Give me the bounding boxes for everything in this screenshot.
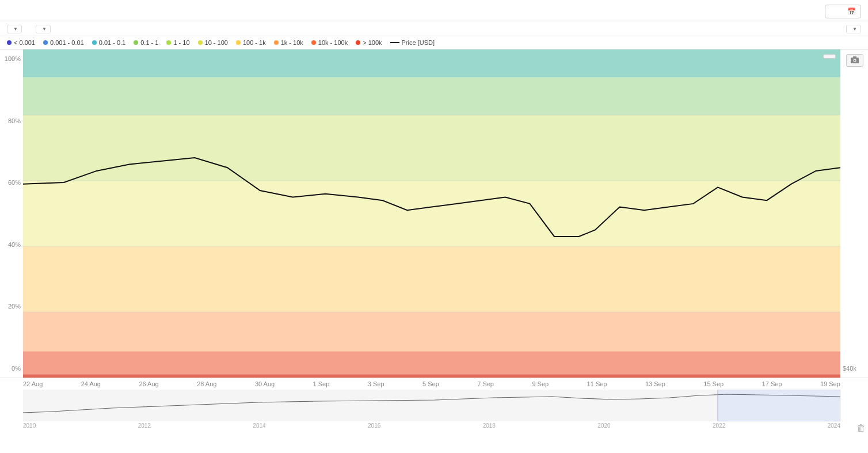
calendar-icon: 📅 — [847, 7, 856, 16]
x-axis-label: 7 Sep — [477, 380, 494, 387]
x-axis-label: 3 Sep — [368, 380, 384, 387]
mini-chart-svg — [0, 390, 868, 421]
y-axis-label: 80% — [8, 117, 21, 124]
scale-control: ▼ — [36, 24, 51, 33]
scale-select[interactable]: ▼ — [36, 25, 51, 33]
svg-rect-1 — [853, 56, 856, 58]
chart-band — [23, 312, 840, 351]
y-right-label: $40k — [843, 365, 866, 372]
legend-item-r100_1k[interactable]: 100 - 1k — [236, 39, 266, 46]
legend-label-r10_100: 10 - 100 — [205, 39, 228, 46]
zoom-select[interactable]: ▼ — [846, 25, 861, 33]
scale-chevron: ▼ — [42, 26, 47, 32]
legend-item-r10_100[interactable]: 10 - 100 — [198, 39, 228, 46]
legend-label-r100_1k: 100 - 1k — [243, 39, 266, 46]
sma-control: ▼ — [7, 24, 22, 33]
mini-label: 2016 — [368, 422, 380, 429]
reset-zoom-button[interactable] — [823, 54, 836, 59]
mini-highlight[interactable] — [718, 390, 840, 421]
legend-label-r1k_10k: 1k - 10k — [281, 39, 303, 46]
svg-point-3 — [854, 60, 856, 62]
delete-icon[interactable]: 🗑 — [856, 423, 866, 433]
chart-main — [23, 50, 840, 378]
chart-band — [23, 351, 840, 374]
legend-label-gt100k: > 100k — [363, 39, 382, 46]
legend-dot-r10_100 — [198, 40, 203, 45]
x-axis-bar: 22 Aug24 Aug26 Aug28 Aug30 Aug1 Sep3 Sep… — [0, 378, 868, 390]
y-axis-left: 100%80%60%40%20%0% — [0, 50, 23, 378]
y-axis-label: 40% — [8, 241, 21, 248]
controls-bar: ▼ ▼ ▼ — [0, 21, 868, 36]
legend-label-r0001_001: 0.001 - 0.01 — [50, 39, 84, 46]
chart-band — [23, 77, 840, 115]
legend-dot-r01_1 — [134, 40, 138, 45]
y-axis-label: 60% — [8, 179, 21, 186]
mini-label: 2018 — [483, 422, 496, 429]
x-axis-label: 1 Sep — [313, 380, 330, 387]
mini-label: 2024 — [828, 422, 840, 429]
legend-dot-r0001_001 — [43, 40, 48, 45]
header-bar: 📅 — [0, 0, 868, 21]
zoom-chevron: ▼ — [852, 26, 857, 32]
mini-label: 2020 — [597, 422, 610, 429]
chart-band — [23, 246, 840, 312]
sma-chevron: ▼ — [13, 26, 18, 32]
x-axis-label: 9 Sep — [532, 380, 549, 387]
legend-dot-r10k_100k — [311, 40, 316, 45]
legend-item-r1_10[interactable]: 1 - 10 — [166, 39, 189, 46]
x-axis-label: 17 Sep — [762, 380, 782, 387]
x-axis-label: 30 Aug — [255, 380, 275, 387]
mini-chart-container: 20102012201420162018202020222024 🗑 — [0, 390, 868, 436]
mini-label: 2022 — [713, 422, 725, 429]
date-range-selector[interactable]: 📅 — [825, 5, 861, 18]
legend-label-r10k_100k: 10k - 100k — [318, 39, 348, 46]
legend-label-r001_01: 0.01 - 0.1 — [99, 39, 125, 46]
y-axis-label: 0% — [12, 365, 21, 372]
x-axis-label: 28 Aug — [197, 380, 216, 387]
legend-dot-r1k_10k — [274, 40, 279, 45]
mini-label: 2014 — [253, 422, 265, 429]
x-axis-label: 22 Aug — [23, 380, 43, 387]
chart-band — [23, 374, 840, 378]
chart-band — [23, 115, 840, 181]
chart-band — [23, 50, 840, 77]
legend-bar: < 0.0010.001 - 0.010.01 - 0.10.1 - 11 - … — [0, 36, 868, 50]
legend-dot-lt0001 — [7, 40, 12, 45]
legend-item-r0001_001[interactable]: 0.001 - 0.01 — [43, 39, 84, 46]
zoom-control: ▼ — [846, 24, 861, 33]
legend-dot-r1_10 — [166, 40, 171, 45]
chart-area: 100%80%60%40%20%0% $40k — [0, 50, 868, 378]
legend-item-lt0001[interactable]: < 0.001 — [7, 39, 35, 46]
chart-band — [23, 181, 840, 246]
legend-dot-r100_1k — [236, 40, 241, 45]
mini-chart-labels: 20102012201420162018202020222024 — [0, 421, 868, 429]
camera-icon — [851, 56, 859, 63]
x-axis-label: 13 Sep — [645, 380, 665, 387]
legend-item-r001_01[interactable]: 0.01 - 0.1 — [92, 39, 125, 46]
x-axis-label: 19 Sep — [820, 380, 840, 387]
legend-item-price[interactable]: Price [USD] — [390, 39, 435, 46]
y-axis-label: 20% — [8, 303, 21, 310]
legend-item-gt100k[interactable]: > 100k — [356, 39, 382, 46]
legend-label-price: Price [USD] — [402, 39, 435, 46]
legend-line-price — [390, 42, 399, 43]
legend-label-r01_1: 0.1 - 1 — [140, 39, 158, 46]
mini-label: 2012 — [138, 422, 151, 429]
y-axis-right: $40k — [840, 50, 868, 378]
legend-label-lt0001: < 0.001 — [14, 39, 35, 46]
mini-label: 2010 — [23, 422, 36, 429]
legend-item-r10k_100k[interactable]: 10k - 100k — [311, 39, 348, 46]
legend-dot-gt100k — [356, 40, 360, 45]
camera-button[interactable] — [846, 54, 863, 67]
x-axis-label: 15 Sep — [703, 380, 724, 387]
legend-item-r1k_10k[interactable]: 1k - 10k — [274, 39, 303, 46]
chart-svg — [23, 50, 840, 378]
legend-dot-r001_01 — [92, 40, 97, 45]
legend-item-r01_1[interactable]: 0.1 - 1 — [134, 39, 158, 46]
x-axis-label: 5 Sep — [422, 380, 439, 387]
x-axis-label: 26 Aug — [139, 380, 158, 387]
x-axis-label: 24 Aug — [81, 380, 101, 387]
x-axis-label: 11 Sep — [587, 380, 607, 387]
y-axis-label: 100% — [5, 55, 21, 62]
sma-select[interactable]: ▼ — [7, 25, 22, 33]
